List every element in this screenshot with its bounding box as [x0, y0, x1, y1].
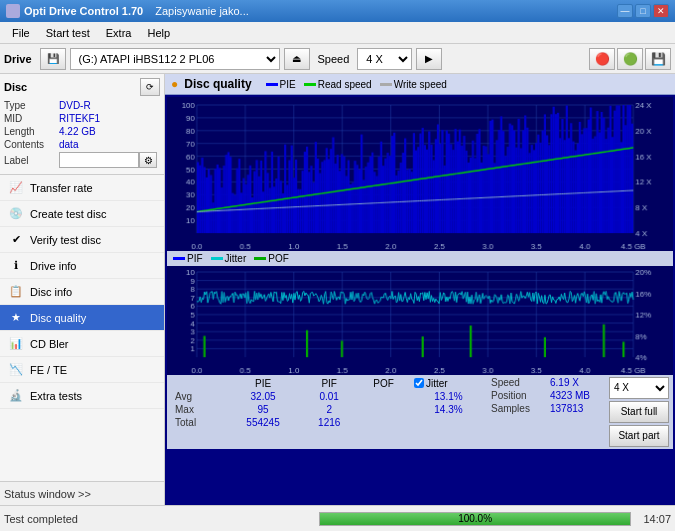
start-part-button[interactable]: Start part [609, 425, 669, 447]
drive-select[interactable]: (G:) ATAPI iHBS112 2 PL06 [70, 48, 280, 70]
total-pif: 1216 [301, 416, 357, 429]
speed-stat-value: 6.19 X [550, 377, 605, 388]
jitter-legend-label: Jitter [225, 253, 247, 264]
start-full-button[interactable]: Start full [609, 401, 669, 423]
sidebar-item-transfer-rate[interactable]: 📈 Transfer rate [0, 175, 164, 201]
jitter-checkbox[interactable] [414, 378, 424, 388]
disc-quality-title: Disc quality [184, 77, 251, 91]
avg-pie: 32.05 [225, 390, 301, 403]
sidebar-item-label: Extra tests [30, 390, 82, 402]
status-time: 14:07 [643, 513, 671, 525]
drive-label: Drive [4, 53, 32, 65]
main-content: Disc ⟳ Type DVD-R MID RITEKF1 Length 4.2… [0, 74, 675, 505]
sidebar: Disc ⟳ Type DVD-R MID RITEKF1 Length 4.2… [0, 74, 165, 505]
right-stats: Speed 6.19 X Position 4323 MB Samples 13… [491, 377, 605, 447]
avg-pif: 0.01 [301, 390, 357, 403]
minimize-button[interactable]: — [617, 4, 633, 18]
drive-icon: 💾 [40, 48, 66, 70]
disc-refresh-btn[interactable]: ⟳ [140, 78, 160, 96]
jitter-legend-color [211, 257, 223, 260]
sidebar-item-label: Transfer rate [30, 182, 93, 194]
chart2-legend: PIF Jitter POF [167, 251, 673, 266]
disc-section-title: Disc [4, 81, 27, 93]
chart-container: PIF Jitter POF [165, 95, 675, 505]
sidebar-item-label: Drive info [30, 260, 76, 272]
progress-text: 100.0% [320, 513, 631, 525]
sidebar-item-label: Create test disc [30, 208, 106, 220]
sidebar-item-drive-info[interactable]: ℹ Drive info [0, 253, 164, 279]
title-bar: Opti Drive Control 1.70 Zapisywanie jako… [0, 0, 675, 22]
samples-stat-label: Samples [491, 403, 546, 414]
app-icon [6, 4, 20, 18]
contents-label: Contents [4, 139, 59, 150]
sidebar-item-label: Verify test disc [30, 234, 101, 246]
disc-quality-icon: ● [171, 77, 178, 91]
write-speed-legend-label: Write speed [394, 79, 447, 90]
cd-bler-icon: 📊 [8, 336, 24, 352]
maximize-button[interactable]: □ [635, 4, 651, 18]
sidebar-item-extra-tests[interactable]: 🔬 Extra tests [0, 383, 164, 409]
eject-button[interactable]: ⏏ [284, 48, 310, 70]
pif-header: PIF [301, 377, 357, 390]
create-test-disc-icon: 💿 [8, 206, 24, 222]
label-edit-btn[interactable]: ⚙ [139, 152, 157, 168]
verify-test-disc-icon: ✔ [8, 232, 24, 248]
sidebar-item-disc-info[interactable]: 📋 Disc info [0, 279, 164, 305]
sidebar-item-fe-te[interactable]: 📉 FE / TE [0, 357, 164, 383]
sidebar-item-label: FE / TE [30, 364, 67, 376]
sidebar-item-create-test-disc[interactable]: 💿 Create test disc [0, 201, 164, 227]
jitter-header: Jitter [410, 377, 487, 390]
close-button[interactable]: ✕ [653, 4, 669, 18]
disc-info-icon: 📋 [8, 284, 24, 300]
fe-te-icon: 📉 [8, 362, 24, 378]
disc-write-btn[interactable]: 🟢 [617, 48, 643, 70]
pie-chart [167, 97, 673, 251]
sidebar-item-label: Disc quality [30, 312, 86, 324]
mid-label: MID [4, 113, 59, 124]
pif-chart [167, 266, 673, 375]
speed-icon: ▶ [416, 48, 442, 70]
total-jitter [410, 416, 487, 429]
pof-legend-label: POF [268, 253, 289, 264]
position-stat-value: 4323 MB [550, 390, 605, 401]
write-speed-legend-color [380, 83, 392, 86]
menu-start-test[interactable]: Start test [38, 25, 98, 41]
mid-value: RITEKF1 [59, 113, 160, 124]
max-pof [357, 403, 410, 416]
pif-legend-label: PIF [187, 253, 203, 264]
type-label: Type [4, 100, 59, 111]
samples-stat-value: 137813 [550, 403, 605, 414]
pie-legend-color [266, 83, 278, 86]
test-speed-select[interactable]: 4 X [609, 377, 669, 399]
speed-select[interactable]: 4 X [357, 48, 412, 70]
length-label: Length [4, 126, 59, 137]
sidebar-item-disc-quality[interactable]: ★ Disc quality [0, 305, 164, 331]
sidebar-item-verify-test-disc[interactable]: ✔ Verify test disc [0, 227, 164, 253]
total-label: Total [171, 416, 225, 429]
max-jitter: 14.3% [410, 403, 487, 416]
menu-help[interactable]: Help [139, 25, 178, 41]
save-btn[interactable]: 💾 [645, 48, 671, 70]
sidebar-item-cd-bler[interactable]: 📊 CD Bler [0, 331, 164, 357]
menu-bar: File Start test Extra Help [0, 22, 675, 44]
transfer-rate-icon: 📈 [8, 180, 24, 196]
max-pif: 2 [301, 403, 357, 416]
read-speed-legend-label: Read speed [318, 79, 372, 90]
label-input[interactable] [59, 152, 139, 168]
content-area: ● Disc quality PIE Read speed Write spee… [165, 74, 675, 505]
sidebar-item-label: CD Bler [30, 338, 69, 350]
chart-legend-1: PIE Read speed Write speed [266, 79, 447, 90]
drive-info-icon: ℹ [8, 258, 24, 274]
menu-file[interactable]: File [4, 25, 38, 41]
pie-legend-label: PIE [280, 79, 296, 90]
pif-legend-color [173, 257, 185, 260]
status-window-btn[interactable]: Status window >> [0, 481, 164, 505]
window-controls: — □ ✕ [617, 4, 669, 18]
app-title: Opti Drive Control 1.70 [24, 5, 143, 17]
avg-jitter: 13.1% [410, 390, 487, 403]
total-pof [357, 416, 410, 429]
pie-header: PIE [225, 377, 301, 390]
disc-read-btn[interactable]: 🔴 [589, 48, 615, 70]
read-speed-legend-color [304, 83, 316, 86]
menu-extra[interactable]: Extra [98, 25, 140, 41]
